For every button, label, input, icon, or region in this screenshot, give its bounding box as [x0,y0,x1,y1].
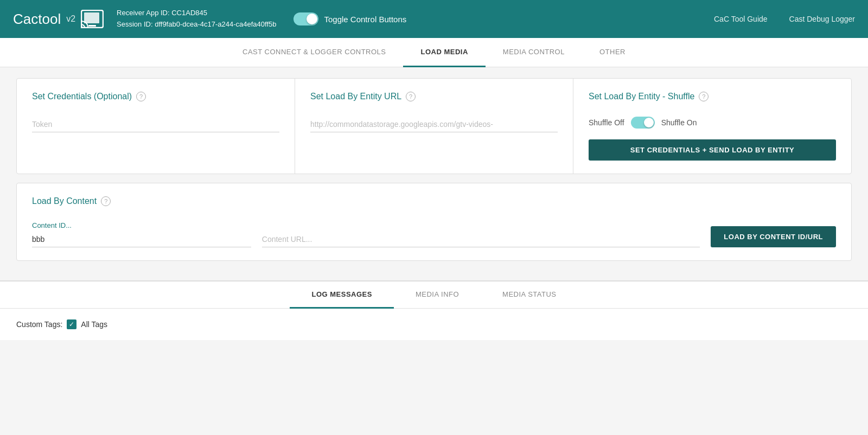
session-info: Receiver App ID: CC1AD845 Session ID: df… [117,8,276,30]
all-tags-checkbox[interactable] [67,319,76,329]
credentials-title-text: Set Credentials (Optional) [32,92,132,101]
shuffle-on-label: Shuffle On [661,118,697,127]
set-credentials-send-entity-button[interactable]: SET CREDENTIALS + SEND LOAD BY ENTITY [589,139,836,161]
tab-media-control[interactable]: MEDIA CONTROL [486,38,582,67]
shuffle-off-label: Shuffle Off [589,118,624,127]
header-nav: CaC Tool Guide Cast Debug Logger [714,15,855,23]
tab-cast-connect[interactable]: CAST CONNECT & LOGGER CONTROLS [225,38,403,67]
token-input[interactable] [32,117,279,132]
load-content-title-text: Load By Content [32,196,97,206]
content-id-input[interactable] [32,232,251,247]
session-label: Session ID: [117,20,152,28]
entity-url-title-text: Set Load By Entity URL [310,92,401,101]
receiver-id: CC1AD845 [171,9,207,17]
app-header: Cactool v2 Receiver App ID: CC1AD845 Ses… [0,0,868,38]
entity-shuffle-card-title: Set Load By Entity - Shuffle ? [589,92,836,101]
entity-url-card: Set Load By Entity URL ? [295,79,573,174]
tab-log-messages[interactable]: LOG MESSAGES [290,282,393,309]
all-tags-label: All Tags [81,320,107,329]
content-inputs-row: Content ID... LOAD BY CONTENT ID/URL [32,221,836,247]
cast-icon [81,10,104,28]
custom-tags-label: Custom Tags: [16,320,62,329]
content-url-wrapper [262,232,700,247]
top-cards-row: Set Credentials (Optional) ? Set Load By… [16,78,852,174]
content-url-input[interactable] [262,232,700,247]
tab-media-info[interactable]: MEDIA INFO [394,282,481,309]
bottom-tabs-bar: LOG MESSAGES MEDIA INFO MEDIA STATUS [0,282,868,309]
logo: Cactool v2 [13,10,104,28]
cast-debug-logger-link[interactable]: Cast Debug Logger [789,15,855,23]
tab-load-media[interactable]: LOAD MEDIA [403,38,485,67]
entity-url-card-title: Set Load By Entity URL ? [310,92,558,101]
svg-rect-1 [84,12,99,23]
entity-shuffle-help-icon[interactable]: ? [699,92,709,101]
credentials-card: Set Credentials (Optional) ? [17,79,295,174]
control-buttons-toggle[interactable] [293,12,318,25]
load-content-card-title: Load By Content ? [32,196,836,206]
entity-url-help-icon[interactable]: ? [406,92,416,101]
main-content: Set Credentials (Optional) ? Set Load By… [0,67,868,280]
shuffle-toggle[interactable] [631,117,655,129]
content-id-wrapper: Content ID... [32,221,251,247]
credentials-help-icon[interactable]: ? [136,92,146,101]
logo-text: Cactool [13,11,61,28]
load-content-help-icon[interactable]: ? [101,196,111,206]
top-tabs-bar: CAST CONNECT & LOGGER CONTROLS LOAD MEDI… [0,38,868,67]
toggle-control-buttons-section: Toggle Control Buttons [293,12,406,25]
bottom-section: LOG MESSAGES MEDIA INFO MEDIA STATUS Cus… [0,281,868,340]
shuffle-row: Shuffle Off Shuffle On [589,117,836,129]
tab-other[interactable]: OTHER [582,38,643,67]
cac-tool-guide-link[interactable]: CaC Tool Guide [714,15,768,23]
bottom-content-area: Custom Tags: All Tags [0,309,868,340]
svg-point-3 [81,26,83,28]
logo-version: v2 [66,14,75,24]
credentials-card-title: Set Credentials (Optional) ? [32,92,279,101]
load-by-content-button[interactable]: LOAD BY CONTENT ID/URL [711,226,836,247]
entity-url-input[interactable] [310,117,558,132]
load-content-card: Load By Content ? Content ID... LOAD BY … [16,183,852,261]
receiver-label: Receiver App ID: [117,9,170,17]
entity-shuffle-title-text: Set Load By Entity - Shuffle [589,92,694,101]
session-id: dff9fab0-dcea-4c17-a244-ca4efa40ff5b [155,20,276,28]
svg-rect-2 [88,25,96,27]
toggle-control-label: Toggle Control Buttons [324,15,406,24]
tab-media-status[interactable]: MEDIA STATUS [481,282,578,309]
custom-tags-row: Custom Tags: All Tags [16,319,852,329]
entity-shuffle-card: Set Load By Entity - Shuffle ? Shuffle O… [573,79,851,174]
content-id-label: Content ID... [32,221,251,229]
